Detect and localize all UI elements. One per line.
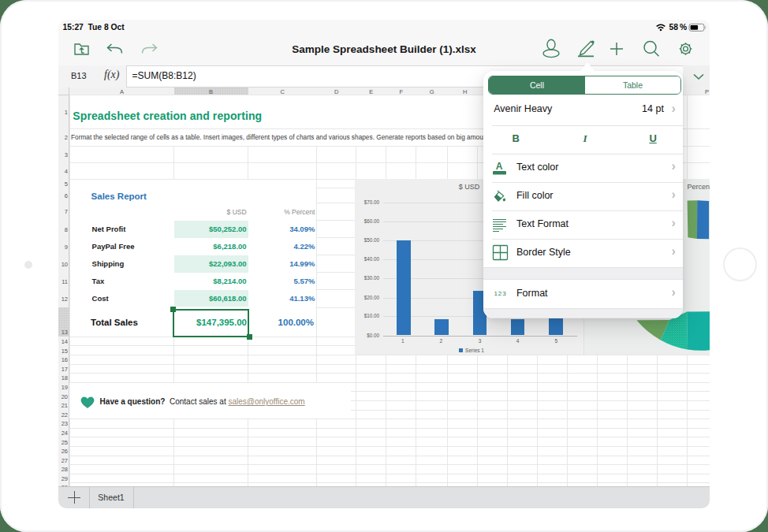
svg-text:A: A bbox=[496, 161, 503, 172]
